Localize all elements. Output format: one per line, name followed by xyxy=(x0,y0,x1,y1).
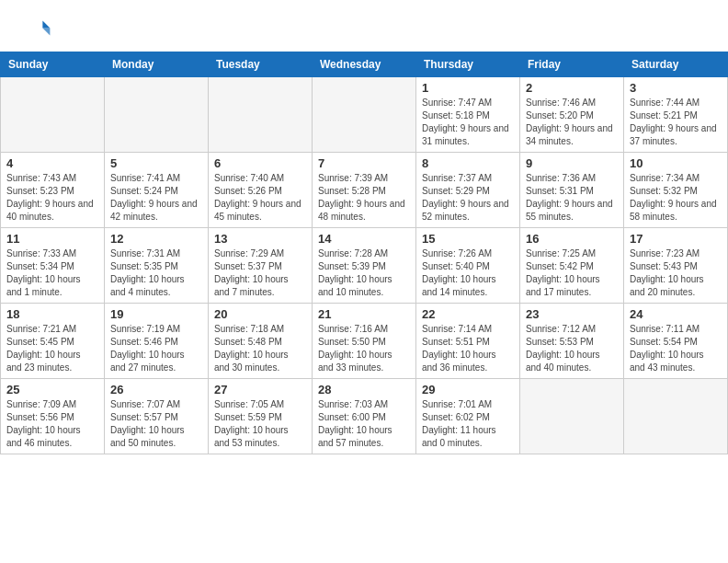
cell-info: Sunrise: 7:25 AMSunset: 5:42 PMDaylight:… xyxy=(526,247,618,299)
calendar-cell: 4Sunrise: 7:43 AMSunset: 5:23 PMDaylight… xyxy=(1,153,105,228)
cell-info: Sunrise: 7:40 AMSunset: 5:26 PMDaylight:… xyxy=(214,172,306,224)
cell-day-number: 16 xyxy=(526,232,618,246)
calendar-cell: 9Sunrise: 7:36 AMSunset: 5:31 PMDaylight… xyxy=(520,153,624,228)
calendar-cell: 1Sunrise: 7:47 AMSunset: 5:18 PMDaylight… xyxy=(416,77,520,153)
cell-info: Sunrise: 7:28 AMSunset: 5:39 PMDaylight:… xyxy=(318,247,410,299)
calendar-cell: 29Sunrise: 7:01 AMSunset: 6:02 PMDayligh… xyxy=(416,379,520,454)
cell-info: Sunrise: 7:21 AMSunset: 5:45 PMDaylight:… xyxy=(6,323,98,374)
calendar-week-1: 1Sunrise: 7:47 AMSunset: 5:18 PMDaylight… xyxy=(1,77,728,153)
cell-day-number: 2 xyxy=(526,81,618,95)
cell-day-number: 4 xyxy=(6,156,98,170)
calendar-cell xyxy=(520,379,624,454)
calendar-week-5: 25Sunrise: 7:09 AMSunset: 5:56 PMDayligh… xyxy=(1,379,728,454)
cell-day-number: 26 xyxy=(110,383,202,396)
calendar-cell: 18Sunrise: 7:21 AMSunset: 5:45 PMDayligh… xyxy=(1,304,105,379)
calendar-cell: 12Sunrise: 7:31 AMSunset: 5:35 PMDayligh… xyxy=(105,228,209,304)
cell-info: Sunrise: 7:44 AMSunset: 5:21 PMDaylight:… xyxy=(630,97,722,148)
calendar-cell xyxy=(313,77,416,153)
cell-day-number: 7 xyxy=(318,156,410,170)
cell-info: Sunrise: 7:33 AMSunset: 5:34 PMDaylight:… xyxy=(6,247,98,299)
cell-info: Sunrise: 7:47 AMSunset: 5:18 PMDaylight:… xyxy=(422,97,514,148)
weekday-friday: Friday xyxy=(520,52,624,77)
weekday-saturday: Saturday xyxy=(624,52,728,77)
cell-info: Sunrise: 7:05 AMSunset: 5:59 PMDaylight:… xyxy=(214,398,306,450)
calendar-cell: 20Sunrise: 7:18 AMSunset: 5:48 PMDayligh… xyxy=(209,304,313,379)
cell-info: Sunrise: 7:18 AMSunset: 5:48 PMDaylight:… xyxy=(214,323,306,374)
cell-info: Sunrise: 7:43 AMSunset: 5:23 PMDaylight:… xyxy=(6,172,98,224)
calendar-cell: 8Sunrise: 7:37 AMSunset: 5:29 PMDaylight… xyxy=(416,153,520,228)
svg-marker-1 xyxy=(42,28,50,35)
logo-icon xyxy=(22,15,51,44)
calendar-cell: 23Sunrise: 7:12 AMSunset: 5:53 PMDayligh… xyxy=(520,304,624,379)
calendar-cell xyxy=(209,77,313,153)
calendar-cell: 7Sunrise: 7:39 AMSunset: 5:28 PMDaylight… xyxy=(313,153,416,228)
cell-info: Sunrise: 7:29 AMSunset: 5:37 PMDaylight:… xyxy=(214,247,306,299)
cell-day-number: 13 xyxy=(214,232,306,246)
svg-marker-0 xyxy=(42,20,50,28)
calendar-week-3: 11Sunrise: 7:33 AMSunset: 5:34 PMDayligh… xyxy=(1,228,728,304)
cell-info: Sunrise: 7:14 AMSunset: 5:51 PMDaylight:… xyxy=(422,323,514,374)
cell-day-number: 25 xyxy=(6,383,98,396)
cell-info: Sunrise: 7:46 AMSunset: 5:20 PMDaylight:… xyxy=(526,97,618,148)
cell-day-number: 5 xyxy=(110,156,202,170)
calendar-cell: 2Sunrise: 7:46 AMSunset: 5:20 PMDaylight… xyxy=(520,77,624,153)
calendar-cell: 14Sunrise: 7:28 AMSunset: 5:39 PMDayligh… xyxy=(313,228,416,304)
cell-day-number: 27 xyxy=(214,383,306,396)
calendar-cell: 15Sunrise: 7:26 AMSunset: 5:40 PMDayligh… xyxy=(416,228,520,304)
calendar-week-4: 18Sunrise: 7:21 AMSunset: 5:45 PMDayligh… xyxy=(1,304,728,379)
cell-info: Sunrise: 7:37 AMSunset: 5:29 PMDaylight:… xyxy=(422,172,514,224)
calendar-cell: 11Sunrise: 7:33 AMSunset: 5:34 PMDayligh… xyxy=(1,228,105,304)
calendar-cell: 5Sunrise: 7:41 AMSunset: 5:24 PMDaylight… xyxy=(105,153,209,228)
logo xyxy=(22,15,57,44)
calendar-cell: 21Sunrise: 7:16 AMSunset: 5:50 PMDayligh… xyxy=(313,304,416,379)
weekday-sunday: Sunday xyxy=(1,52,105,77)
cell-day-number: 14 xyxy=(318,232,410,246)
calendar-cell: 26Sunrise: 7:07 AMSunset: 5:57 PMDayligh… xyxy=(105,379,209,454)
calendar-cell: 28Sunrise: 7:03 AMSunset: 6:00 PMDayligh… xyxy=(313,379,416,454)
cell-info: Sunrise: 7:07 AMSunset: 5:57 PMDaylight:… xyxy=(110,398,202,450)
cell-day-number: 28 xyxy=(318,383,410,396)
cell-day-number: 19 xyxy=(110,307,202,321)
weekday-monday: Monday xyxy=(105,52,209,77)
cell-info: Sunrise: 7:31 AMSunset: 5:35 PMDaylight:… xyxy=(110,247,202,299)
calendar-cell: 24Sunrise: 7:11 AMSunset: 5:54 PMDayligh… xyxy=(624,304,728,379)
cell-day-number: 1 xyxy=(422,81,514,95)
cell-info: Sunrise: 7:23 AMSunset: 5:43 PMDaylight:… xyxy=(630,247,722,299)
cell-day-number: 3 xyxy=(630,81,722,95)
cell-day-number: 24 xyxy=(630,307,722,321)
cell-day-number: 6 xyxy=(214,156,306,170)
cell-info: Sunrise: 7:09 AMSunset: 5:56 PMDaylight:… xyxy=(6,398,98,450)
cell-day-number: 20 xyxy=(214,307,306,321)
cell-info: Sunrise: 7:03 AMSunset: 6:00 PMDaylight:… xyxy=(318,398,410,450)
cell-info: Sunrise: 7:12 AMSunset: 5:53 PMDaylight:… xyxy=(526,323,618,374)
cell-info: Sunrise: 7:36 AMSunset: 5:31 PMDaylight:… xyxy=(526,172,618,224)
cell-day-number: 12 xyxy=(110,232,202,246)
calendar-cell: 13Sunrise: 7:29 AMSunset: 5:37 PMDayligh… xyxy=(209,228,313,304)
calendar-cell: 6Sunrise: 7:40 AMSunset: 5:26 PMDaylight… xyxy=(209,153,313,228)
calendar-cell xyxy=(624,379,728,454)
calendar-cell: 19Sunrise: 7:19 AMSunset: 5:46 PMDayligh… xyxy=(105,304,209,379)
weekday-wednesday: Wednesday xyxy=(313,52,416,77)
cell-info: Sunrise: 7:26 AMSunset: 5:40 PMDaylight:… xyxy=(422,247,514,299)
cell-info: Sunrise: 7:11 AMSunset: 5:54 PMDaylight:… xyxy=(630,323,722,374)
cell-info: Sunrise: 7:41 AMSunset: 5:24 PMDaylight:… xyxy=(110,172,202,224)
weekday-header-row: SundayMondayTuesdayWednesdayThursdayFrid… xyxy=(1,52,728,77)
cell-day-number: 11 xyxy=(6,232,98,246)
cell-day-number: 18 xyxy=(6,307,98,321)
cell-day-number: 15 xyxy=(422,232,514,246)
weekday-thursday: Thursday xyxy=(416,52,520,77)
calendar-cell xyxy=(105,77,209,153)
calendar-cell: 17Sunrise: 7:23 AMSunset: 5:43 PMDayligh… xyxy=(624,228,728,304)
page-header xyxy=(0,0,728,48)
cell-day-number: 21 xyxy=(318,307,410,321)
cell-day-number: 8 xyxy=(422,156,514,170)
calendar-cell: 22Sunrise: 7:14 AMSunset: 5:51 PMDayligh… xyxy=(416,304,520,379)
cell-day-number: 22 xyxy=(422,307,514,321)
cell-day-number: 29 xyxy=(422,383,514,396)
calendar-cell: 3Sunrise: 7:44 AMSunset: 5:21 PMDaylight… xyxy=(624,77,728,153)
cell-day-number: 23 xyxy=(526,307,618,321)
calendar-cell: 10Sunrise: 7:34 AMSunset: 5:32 PMDayligh… xyxy=(624,153,728,228)
calendar-cell: 16Sunrise: 7:25 AMSunset: 5:42 PMDayligh… xyxy=(520,228,624,304)
cell-day-number: 17 xyxy=(630,232,722,246)
cell-info: Sunrise: 7:16 AMSunset: 5:50 PMDaylight:… xyxy=(318,323,410,374)
